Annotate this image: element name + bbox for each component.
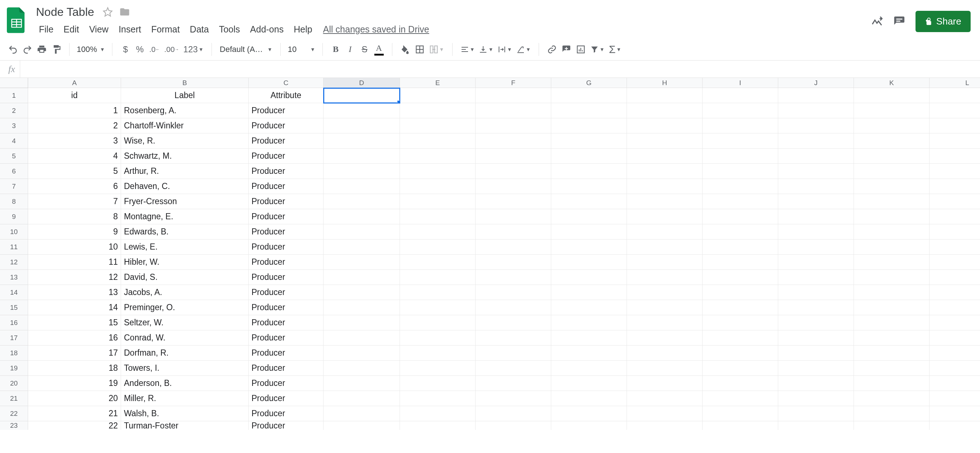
cell-r20-c7[interactable] bbox=[551, 376, 627, 391]
redo-button[interactable] bbox=[20, 41, 35, 57]
cell-r21-c4[interactable] bbox=[323, 391, 400, 406]
currency-button[interactable]: $ bbox=[118, 41, 133, 57]
cell-r13-c6[interactable] bbox=[476, 270, 551, 285]
cell-r16-c1[interactable]: 15 bbox=[28, 315, 121, 330]
cell-r18-c11[interactable] bbox=[854, 346, 929, 360]
cell-r23-c8[interactable] bbox=[627, 421, 703, 430]
row-header-18[interactable]: 18 bbox=[0, 346, 28, 360]
cell-r19-c5[interactable] bbox=[400, 360, 476, 376]
row-header-23[interactable]: 23 bbox=[0, 421, 28, 430]
cell-r8-c12[interactable] bbox=[929, 194, 980, 209]
cell-r21-c11[interactable] bbox=[854, 391, 929, 406]
font-size-select[interactable]: 10▼ bbox=[284, 45, 319, 54]
cell-r17-c12[interactable] bbox=[929, 330, 980, 346]
cell-r6-c4[interactable] bbox=[323, 164, 400, 179]
cell-r12-c8[interactable] bbox=[627, 255, 703, 270]
cell-r16-c11[interactable] bbox=[854, 315, 929, 330]
row-header-1[interactable]: 1 bbox=[0, 88, 28, 103]
cell-r10-c11[interactable] bbox=[854, 224, 929, 239]
col-header-L[interactable]: L bbox=[929, 78, 980, 88]
cell-r12-c5[interactable] bbox=[400, 255, 476, 270]
cell-r18-c12[interactable] bbox=[929, 346, 980, 360]
undo-button[interactable] bbox=[6, 41, 20, 57]
cell-r8-c1[interactable]: 7 bbox=[28, 194, 121, 209]
cell-r21-c2[interactable]: Miller, R. bbox=[121, 391, 248, 406]
cell-r4-c4[interactable] bbox=[323, 134, 400, 148]
insert-comment-button[interactable] bbox=[559, 41, 574, 57]
cell-r2-c9[interactable] bbox=[703, 103, 778, 118]
cell-r4-c1[interactable]: 3 bbox=[28, 134, 121, 148]
cell-r16-c2[interactable]: Seltzer, W. bbox=[121, 315, 248, 330]
cell-r2-c5[interactable] bbox=[400, 103, 476, 118]
cell-r6-c12[interactable] bbox=[929, 164, 980, 179]
cell-r11-c1[interactable]: 10 bbox=[28, 239, 121, 255]
cell-r22-c3[interactable]: Producer bbox=[248, 406, 323, 421]
cell-r23-c4[interactable] bbox=[323, 421, 400, 430]
save-status[interactable]: All changes saved in Drive bbox=[323, 24, 430, 35]
row-header-5[interactable]: 5 bbox=[0, 148, 28, 164]
cell-r13-c12[interactable] bbox=[929, 270, 980, 285]
cell-r12-c3[interactable]: Producer bbox=[248, 255, 323, 270]
cell-r9-c3[interactable]: Producer bbox=[248, 209, 323, 224]
italic-button[interactable]: I bbox=[343, 41, 357, 57]
cell-r14-c11[interactable] bbox=[854, 285, 929, 300]
cell-r2-c7[interactable] bbox=[551, 103, 627, 118]
cell-r1-c2[interactable]: Label bbox=[121, 88, 248, 103]
cell-r6-c3[interactable]: Producer bbox=[248, 164, 323, 179]
cell-r7-c12[interactable] bbox=[929, 179, 980, 194]
cell-r11-c4[interactable] bbox=[323, 239, 400, 255]
cell-r1-c11[interactable] bbox=[854, 88, 929, 103]
cell-r22-c5[interactable] bbox=[400, 406, 476, 421]
cell-r9-c7[interactable] bbox=[551, 209, 627, 224]
sheets-logo[interactable] bbox=[4, 3, 29, 37]
cell-r5-c6[interactable] bbox=[476, 148, 551, 164]
cell-r16-c9[interactable] bbox=[703, 315, 778, 330]
cell-r15-c10[interactable] bbox=[778, 300, 854, 315]
cell-r3-c4[interactable] bbox=[323, 118, 400, 134]
cell-r23-c12[interactable] bbox=[929, 421, 980, 430]
cell-r22-c4[interactable] bbox=[323, 406, 400, 421]
cell-r22-c10[interactable] bbox=[778, 406, 854, 421]
menu-tools[interactable]: Tools bbox=[214, 22, 245, 37]
activity-icon[interactable] bbox=[871, 16, 883, 28]
cell-r10-c5[interactable] bbox=[400, 224, 476, 239]
cell-r13-c8[interactable] bbox=[627, 270, 703, 285]
cell-r13-c4[interactable] bbox=[323, 270, 400, 285]
cell-r14-c1[interactable]: 13 bbox=[28, 285, 121, 300]
cell-r18-c5[interactable] bbox=[400, 346, 476, 360]
cell-r10-c12[interactable] bbox=[929, 224, 980, 239]
cell-r12-c7[interactable] bbox=[551, 255, 627, 270]
row-header-16[interactable]: 16 bbox=[0, 315, 28, 330]
cell-r3-c3[interactable]: Producer bbox=[248, 118, 323, 134]
cell-r4-c8[interactable] bbox=[627, 134, 703, 148]
cell-r16-c8[interactable] bbox=[627, 315, 703, 330]
cell-r12-c10[interactable] bbox=[778, 255, 854, 270]
cell-r23-c9[interactable] bbox=[703, 421, 778, 430]
row-header-14[interactable]: 14 bbox=[0, 285, 28, 300]
cell-r8-c3[interactable]: Producer bbox=[248, 194, 323, 209]
cell-r2-c1[interactable]: 1 bbox=[28, 103, 121, 118]
cell-r18-c4[interactable] bbox=[323, 346, 400, 360]
cell-r3-c7[interactable] bbox=[551, 118, 627, 134]
cell-r15-c3[interactable]: Producer bbox=[248, 300, 323, 315]
share-button[interactable]: Share bbox=[915, 11, 970, 32]
cell-r22-c1[interactable]: 21 bbox=[28, 406, 121, 421]
cell-r5-c2[interactable]: Schwartz, M. bbox=[121, 148, 248, 164]
cell-r17-c9[interactable] bbox=[703, 330, 778, 346]
cell-r13-c9[interactable] bbox=[703, 270, 778, 285]
h-align-button[interactable]: ▼ bbox=[458, 41, 477, 57]
col-header-G[interactable]: G bbox=[551, 78, 627, 88]
cell-r1-c6[interactable] bbox=[476, 88, 551, 103]
cell-r1-c7[interactable] bbox=[551, 88, 627, 103]
cell-r21-c8[interactable] bbox=[627, 391, 703, 406]
cell-r15-c1[interactable]: 14 bbox=[28, 300, 121, 315]
cell-r10-c2[interactable]: Edwards, B. bbox=[121, 224, 248, 239]
menu-file[interactable]: File bbox=[34, 22, 58, 37]
cell-r8-c8[interactable] bbox=[627, 194, 703, 209]
cell-r7-c5[interactable] bbox=[400, 179, 476, 194]
cell-r1-c5[interactable] bbox=[400, 88, 476, 103]
cell-r16-c12[interactable] bbox=[929, 315, 980, 330]
cell-r10-c4[interactable] bbox=[323, 224, 400, 239]
row-header-15[interactable]: 15 bbox=[0, 300, 28, 315]
cell-r11-c9[interactable] bbox=[703, 239, 778, 255]
